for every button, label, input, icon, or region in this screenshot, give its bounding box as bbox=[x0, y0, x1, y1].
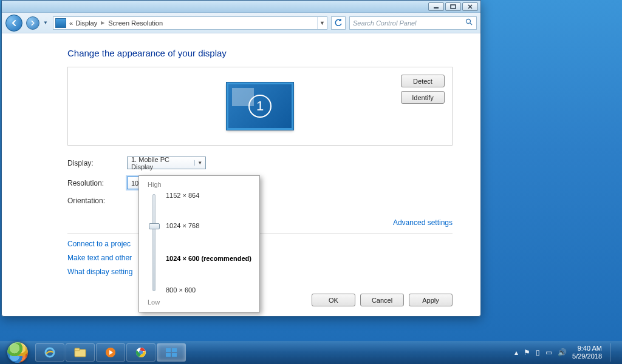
taskbar: ▴ ⚑ ▯ ▭ 🔊 9:40 AM 5/29/2018 bbox=[0, 341, 622, 364]
clock-date: 5/29/2018 bbox=[572, 352, 602, 360]
windows-orb-icon bbox=[7, 342, 28, 363]
svg-rect-8 bbox=[75, 348, 80, 351]
slider-thumb[interactable] bbox=[149, 223, 160, 229]
search-icon bbox=[465, 18, 473, 28]
svg-rect-0 bbox=[434, 7, 439, 8]
history-dropdown[interactable]: ▼ bbox=[43, 20, 49, 25]
orientation-label: Orientation: bbox=[67, 197, 127, 205]
address-bar[interactable]: « Display ▶ Screen Resolution ▼ bbox=[53, 16, 327, 30]
monitor-number: 1 bbox=[248, 95, 272, 118]
system-tray: ▴ ⚑ ▯ ▭ 🔊 9:40 AM 5/29/2018 bbox=[514, 343, 618, 362]
taskbar-ie[interactable] bbox=[35, 343, 64, 362]
identify-button[interactable]: Identify bbox=[401, 91, 445, 104]
taskbar-chrome[interactable] bbox=[126, 343, 156, 362]
taskbar-control-panel[interactable] bbox=[157, 343, 186, 362]
ok-button[interactable]: OK bbox=[312, 294, 355, 306]
svg-rect-14 bbox=[166, 353, 171, 357]
maximize-button[interactable] bbox=[445, 2, 461, 11]
clock-time: 9:40 AM bbox=[572, 345, 602, 352]
address-dropdown[interactable]: ▼ bbox=[317, 17, 327, 29]
display-label: Display: bbox=[67, 159, 127, 167]
nav-bar: ▼ « Display ▶ Screen Resolution ▼ Search… bbox=[2, 13, 480, 33]
display-combo-value: 1. Mobile PC Display bbox=[131, 156, 190, 170]
svg-rect-1 bbox=[451, 5, 456, 8]
titlebar bbox=[2, 1, 480, 13]
connect-projector-link[interactable]: Connect to a projec bbox=[67, 240, 453, 248]
tray-flag-icon[interactable]: ⚑ bbox=[524, 348, 530, 357]
monitor-thumbnail[interactable]: 1 bbox=[227, 83, 293, 130]
svg-rect-15 bbox=[172, 353, 177, 357]
taskbar-explorer[interactable] bbox=[66, 343, 95, 362]
slider-low-label: Low bbox=[148, 298, 253, 306]
slider-track bbox=[152, 194, 156, 291]
cancel-button[interactable]: Cancel bbox=[360, 294, 404, 306]
control-panel-icon bbox=[55, 18, 66, 28]
show-desktop-button[interactable] bbox=[610, 343, 616, 362]
detect-button[interactable]: Detect bbox=[401, 75, 445, 87]
tray-battery-icon[interactable]: ▭ bbox=[545, 348, 552, 357]
apply-button[interactable]: Apply bbox=[409, 294, 453, 306]
breadcrumb-display[interactable]: Display bbox=[74, 19, 98, 27]
search-placeholder: Search Control Panel bbox=[353, 19, 465, 27]
close-button[interactable] bbox=[462, 2, 478, 11]
breadcrumb-root[interactable]: « bbox=[68, 19, 74, 27]
divider bbox=[67, 233, 453, 234]
search-box[interactable]: Search Control Panel bbox=[349, 16, 477, 30]
make-text-link[interactable]: Make text and other bbox=[67, 254, 453, 262]
breadcrumb-screen-resolution[interactable]: Screen Resolution bbox=[107, 19, 164, 27]
resolution-label: Resolution: bbox=[67, 179, 127, 187]
advanced-settings-link[interactable]: Advanced settings bbox=[393, 218, 453, 227]
tray-volume-icon[interactable]: 🔊 bbox=[558, 348, 567, 357]
minimize-button[interactable] bbox=[428, 2, 444, 11]
svg-rect-12 bbox=[166, 348, 171, 352]
display-combo[interactable]: 1. Mobile PC Display ▼ bbox=[127, 157, 206, 169]
tray-network-icon[interactable]: ▯ bbox=[536, 348, 540, 357]
back-button[interactable] bbox=[5, 15, 22, 32]
chevron-down-icon: ▼ bbox=[194, 160, 203, 166]
tray-show-hidden-icon[interactable]: ▴ bbox=[514, 348, 518, 357]
monitor-preview-box: 1 Detect Identify bbox=[67, 67, 453, 146]
resolution-slider[interactable]: 1152 × 864 1024 × 768 622 × 364 (recomm… bbox=[148, 189, 253, 298]
taskbar-clock[interactable]: 9:40 AM 5/29/2018 bbox=[572, 345, 602, 360]
what-settings-link[interactable]: What display setting bbox=[67, 268, 453, 276]
forward-button[interactable] bbox=[26, 16, 39, 30]
svg-point-4 bbox=[466, 19, 471, 23]
breadcrumb-separator-icon: ▶ bbox=[101, 20, 104, 25]
svg-line-5 bbox=[470, 23, 472, 25]
slider-high-label: High bbox=[148, 181, 253, 188]
resolution-option[interactable]: 800 × 600 bbox=[166, 286, 196, 294]
resolution-option[interactable]: 1024 × 768 bbox=[166, 222, 199, 229]
taskbar-media-player[interactable] bbox=[96, 343, 125, 362]
resolution-option-recommended[interactable]: 622 × 364 (recommended) bbox=[166, 255, 251, 262]
resolution-option[interactable]: 1152 × 864 bbox=[166, 192, 199, 199]
resolution-slider-popup: High 1152 × 864 1024 × 768 622 × 364 (r… bbox=[138, 175, 260, 312]
svg-rect-13 bbox=[172, 348, 177, 352]
page-title: Change the appearance of your display bbox=[67, 48, 453, 58]
start-button[interactable] bbox=[4, 342, 32, 363]
refresh-button[interactable] bbox=[331, 16, 346, 30]
